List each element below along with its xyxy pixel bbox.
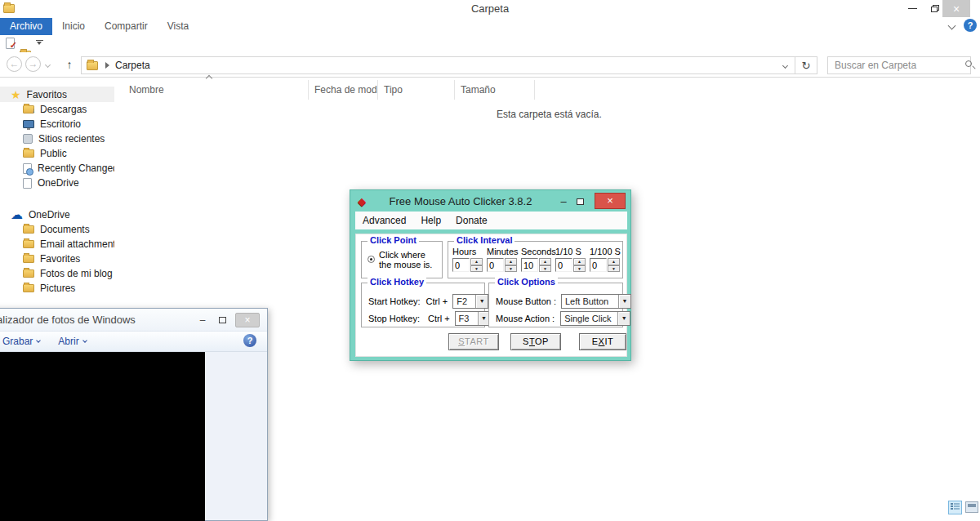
recent-locations-button[interactable]: [46, 63, 50, 67]
sidebar-item-public[interactable]: Public: [0, 146, 114, 161]
sidebar-item-escritorio[interactable]: Escritorio: [0, 117, 114, 131]
spin-up-icon[interactable]: ▲: [608, 258, 620, 265]
tab-archivo[interactable]: Archivo: [0, 18, 52, 35]
sidebar-item-email-attachments[interactable]: Email attachments: [0, 237, 114, 252]
grabar-menu-button[interactable]: Grabar: [2, 336, 40, 347]
menu-advanced[interactable]: Advanced: [355, 215, 413, 226]
spin-up-icon[interactable]: ▲: [539, 258, 551, 265]
sidebar-item-pictures[interactable]: Pictures: [0, 281, 114, 296]
spin-up-icon[interactable]: ▲: [470, 258, 483, 265]
properties-button[interactable]: ✓: [6, 38, 15, 49]
exit-button[interactable]: EXIT: [579, 333, 626, 350]
spin-up-icon[interactable]: ▲: [573, 258, 586, 265]
menu-help[interactable]: Help: [413, 215, 448, 226]
hours-spinner[interactable]: ▲▼: [470, 258, 483, 272]
spin-down-icon[interactable]: ▼: [608, 265, 620, 273]
stop-button[interactable]: STOP: [510, 333, 561, 350]
sidebar-item-descargas[interactable]: ↓ Descargas: [0, 102, 114, 117]
minutes-input[interactable]: [487, 258, 504, 272]
help-icon: ?: [968, 20, 973, 30]
pv-help-button[interactable]: ?: [243, 334, 256, 347]
spin-down-icon[interactable]: ▼: [505, 265, 517, 273]
hundredths-input[interactable]: [590, 258, 607, 272]
hundredths-spinner[interactable]: ▲▼: [608, 258, 620, 272]
sidebar-item-favorites[interactable]: Favorites: [0, 252, 114, 266]
mouse-action-select[interactable]: Single Click ▼: [560, 311, 630, 326]
photo-viewer-toolbar: Grabar Abrir: [0, 331, 267, 352]
spin-down-icon[interactable]: ▼: [539, 265, 551, 273]
column-header-tipo[interactable]: Tipo: [378, 80, 455, 100]
sidebar-header-onedrive[interactable]: ☁ OneDrive: [0, 207, 114, 222]
expand-ribbon-button[interactable]: [949, 23, 957, 28]
start-button[interactable]: START: [448, 333, 499, 350]
customize-qat-button[interactable]: [36, 40, 43, 45]
menu-donate[interactable]: Donate: [448, 215, 495, 226]
up-button[interactable]: ↑: [61, 56, 78, 73]
thumbnails-view-button[interactable]: [965, 501, 978, 513]
forward-button[interactable]: →: [25, 56, 41, 72]
spin-down-icon[interactable]: ▼: [573, 265, 586, 273]
start-hotkey-select[interactable]: F2 ▼: [452, 294, 488, 309]
breadcrumb-separator-icon: [105, 62, 109, 69]
close-icon: ×: [607, 194, 613, 207]
sidebar-item-fotos-de-mi-blog[interactable]: Fotos de mi blog: [0, 266, 114, 281]
folder-icon: [23, 284, 34, 292]
breadcrumb[interactable]: Carpeta: [115, 60, 150, 71]
auto-clicker-title: Free Mouse Auto Clicker 3.8.2: [366, 195, 555, 207]
abrir-menu-button[interactable]: Abrir: [58, 336, 86, 347]
pv-maximize-button[interactable]: [212, 314, 232, 326]
back-button[interactable]: ←: [7, 56, 22, 72]
minimize-button[interactable]: [902, 0, 923, 17]
ac-minimize-button[interactable]: –: [555, 195, 572, 207]
spin-down-icon[interactable]: ▼: [470, 265, 483, 273]
column-header-fecha[interactable]: Fecha de modifica...: [309, 80, 378, 100]
ac-close-button[interactable]: ×: [595, 193, 626, 209]
hours-input[interactable]: [452, 258, 470, 272]
auto-clicker-menubar: Advanced Help Donate: [355, 212, 627, 229]
column-header-tamano[interactable]: Tamaño: [455, 80, 535, 100]
folder-icon: [23, 225, 34, 234]
sidebar-header-favoritos[interactable]: ★ Favoritos: [0, 87, 114, 102]
auto-clicker-titlebar[interactable]: ◆ Free Mouse Auto Clicker 3.8.2 – ×: [350, 190, 630, 212]
sidebar-item-documents[interactable]: Documents: [0, 222, 114, 237]
pv-minimize-button[interactable]: –: [193, 314, 212, 326]
folder-icon: [23, 149, 34, 158]
tab-compartir[interactable]: Compartir: [95, 18, 158, 35]
sidebar-item-recently-changed[interactable]: Recently Changed: [0, 161, 114, 176]
seconds-spinner[interactable]: ▲▼: [539, 258, 551, 272]
tab-vista[interactable]: Vista: [158, 18, 198, 35]
click-point-radio[interactable]: [368, 256, 375, 263]
tenths-input[interactable]: [555, 258, 572, 272]
search-input[interactable]: [828, 60, 964, 71]
refresh-icon: ↻: [802, 60, 811, 72]
pv-close-button[interactable]: ×: [235, 313, 260, 327]
dropdown-arrow-icon[interactable]: ▼: [617, 312, 630, 325]
chevron-down-icon: [82, 338, 87, 343]
photo-viewer-titlebar[interactable]: Visualizador de fotos de Windows – ×: [0, 309, 267, 331]
details-view-button[interactable]: [948, 501, 962, 514]
quick-access-toolbar: ✓: [0, 36, 980, 52]
column-header-nombre[interactable]: Nombre: [114, 80, 309, 100]
sidebar-item-onedrive-shortcut[interactable]: OneDrive: [0, 176, 114, 190]
search-box[interactable]: [827, 56, 971, 74]
seconds-input[interactable]: [521, 258, 538, 272]
tenths-spinner[interactable]: ▲▼: [573, 258, 586, 272]
spin-up-icon[interactable]: ▲: [505, 258, 517, 265]
dropdown-arrow-icon[interactable]: ▼: [475, 295, 488, 308]
refresh-button[interactable]: ↻: [795, 56, 817, 74]
column-headers: Nombre Fecha de modifica... Tipo Tamaño: [114, 80, 535, 100]
minutes-spinner[interactable]: ▲▼: [505, 258, 517, 272]
address-dropdown-button[interactable]: [783, 64, 787, 68]
close-button[interactable]: ×: [942, 0, 970, 17]
photo-image: [0, 352, 205, 521]
stop-hotkey-select[interactable]: F3 ▼: [455, 311, 491, 326]
help-button[interactable]: ?: [964, 19, 977, 32]
tab-inicio[interactable]: Inicio: [52, 18, 95, 35]
address-box[interactable]: Carpeta: [81, 56, 795, 74]
ac-maximize-button[interactable]: [572, 195, 588, 207]
click-point-group: Click Point Click where the mouse is.: [361, 241, 443, 278]
mouse-button-select[interactable]: Left Button ▼: [561, 294, 631, 309]
dropdown-arrow-icon[interactable]: ▼: [618, 295, 630, 308]
sidebar-item-sitios-recientes[interactable]: Sitios recientes: [0, 131, 114, 146]
explorer-titlebar[interactable]: Carpeta ×: [0, 0, 980, 18]
